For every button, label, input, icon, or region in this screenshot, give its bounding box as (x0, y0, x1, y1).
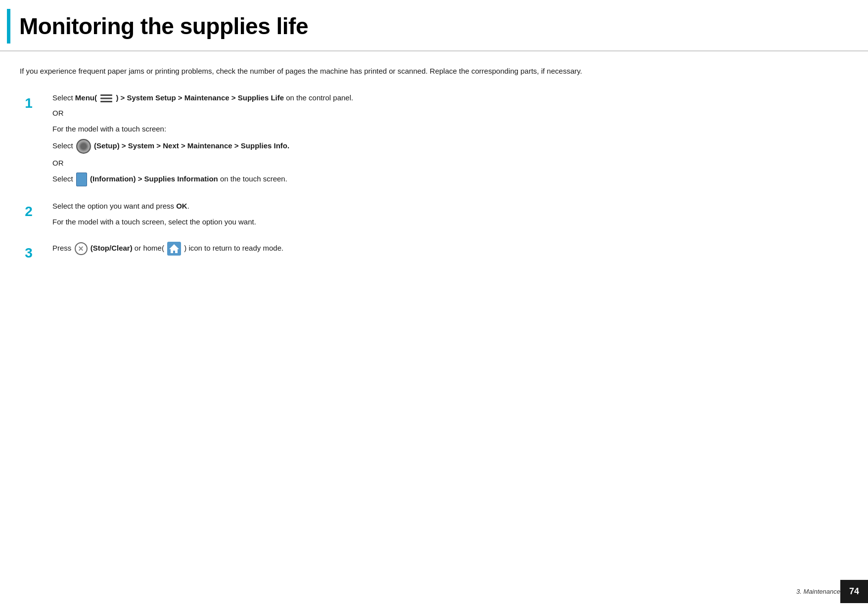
footer-page-number: 74 (840, 580, 868, 603)
footer-section-label: 3. Maintenance (796, 587, 840, 597)
step-1-or2: OR (52, 158, 848, 169)
content-area: If you experience frequent paper jams or… (0, 51, 868, 283)
step-2-sub-text: For the model with a touch screen, selec… (52, 216, 848, 228)
home-icon (167, 242, 181, 256)
intro-text: If you experience frequent paper jams or… (20, 65, 811, 77)
title-bar: Monitoring the supplies life (0, 0, 868, 51)
step-1-touch-intro: For the model with a touch screen: (52, 123, 848, 135)
page-container: Monitoring the supplies life If you expe… (0, 0, 868, 613)
step-3: 3 Press (Stop/Clear) or home( ) icon to … (20, 242, 848, 263)
step-3-number: 3 (20, 243, 38, 263)
step-1-or1: OR (52, 108, 848, 119)
footer: 3. Maintenance 74 (796, 580, 868, 603)
information-icon (76, 173, 87, 186)
step-2-content: Select the option you want and press OK.… (52, 200, 848, 228)
step-2-number: 2 (20, 201, 38, 222)
menu-icon (100, 93, 113, 103)
steps-container: 1 Select Menu( ) > System Setup > Mainte… (20, 92, 848, 263)
page-title: Monitoring the supplies life (19, 9, 308, 44)
step-1-main-text: Select Menu( ) > System Setup > Maintena… (52, 92, 848, 104)
step-1-touch-path: Select (Setup) > System > Next > Mainten… (52, 139, 848, 154)
step-1-content: Select Menu( ) > System Setup > Maintena… (52, 92, 848, 186)
svg-rect-0 (100, 94, 112, 96)
svg-rect-1 (100, 98, 112, 99)
step-1-info-path: Select (Information) > Supplies Informat… (52, 173, 848, 186)
step-1-number: 1 (20, 93, 38, 114)
stop-clear-icon (75, 242, 88, 255)
step-3-content: Press (Stop/Clear) or home( ) icon to re… (52, 242, 848, 256)
setup-icon (76, 139, 91, 154)
step-2-main-text: Select the option you want and press OK. (52, 200, 848, 212)
title-accent (7, 9, 10, 44)
step-2: 2 Select the option you want and press O… (20, 200, 848, 228)
svg-rect-2 (100, 101, 112, 102)
step-3-main-text: Press (Stop/Clear) or home( ) icon to re… (52, 242, 848, 256)
step-1: 1 Select Menu( ) > System Setup > Mainte… (20, 92, 848, 186)
